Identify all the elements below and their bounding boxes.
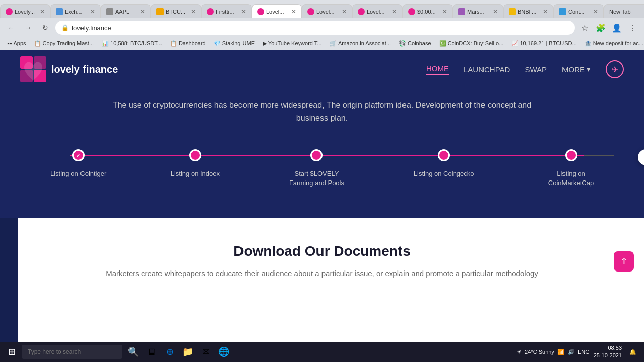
tab-close-icon[interactable]: ✕ [493,8,498,15]
bookmark-amazon[interactable]: 🛒 Amazon.in Associat... [327,39,394,48]
bookmark-youtube[interactable]: ▶ YouTube Keyword T... [260,39,325,48]
tab-title: Firsttr... [216,9,239,15]
tab-title: AAPL [115,9,138,15]
settings-icon[interactable]: ⋮ [626,21,640,35]
taskbar-edge-icon[interactable]: ⊕ [163,345,177,359]
logo: lovely finance [20,56,118,82]
tab-favicon [408,8,415,15]
chevron-down-icon: ▾ [587,65,591,74]
tab-close-icon[interactable]: ✕ [543,8,548,15]
send-button[interactable]: ✈ [606,60,624,78]
tab-lovely4[interactable]: Lovel... ✕ [352,4,403,18]
bookmarks-bar: ⚏ Apps 📋 Copy Trading Mast... 📊 10,588: … [0,37,644,50]
tab-new[interactable]: New Tab ✕ [604,4,644,18]
tab-close-icon[interactable]: ✕ [140,8,145,15]
bookmark-btcusd[interactable]: 📈 10,169.21 | BTCUSD... [508,39,579,48]
bookmark-staking[interactable]: 💎 Staking UME [211,39,258,48]
tab-favicon [509,8,516,15]
forward-button[interactable]: → [21,21,35,35]
taskbar-clock: 08:53 25-10-2021 [594,344,622,360]
taskbar-chrome-icon[interactable]: 🌐 [217,345,231,359]
tab-bnbf[interactable]: BNBF... ✕ [503,4,553,18]
tab-close-icon[interactable]: ✕ [442,8,447,15]
node-label-5: Listing on CoinMarketCap [538,169,604,188]
browser-chrome: Lovely... ✕ Exch... ✕ AAPL ✕ BTCU... ✕ F… [0,0,644,50]
bookmark-coindcx[interactable]: 💹 CoinDCX: Buy Sell o... [436,39,507,48]
tab-btcu[interactable]: BTCU... ✕ [151,4,201,18]
scroll-top-button[interactable]: ⇧ [614,251,634,272]
tab-aapl[interactable]: AAPL ✕ [101,4,151,18]
tab-favicon [106,8,113,15]
tab-dollar[interactable]: $0.00... ✕ [403,4,453,18]
notification-icon[interactable]: 🔔 [626,345,640,359]
tab-lovely1[interactable]: Lovely... ✕ [0,4,50,18]
tab-mars[interactable]: Mars... ✕ [453,4,503,18]
tab-close-icon[interactable]: ✕ [40,8,45,15]
logo-text: lovely finance [51,64,118,75]
documents-subtitle: Marketers create whitepapers to educate … [101,267,543,280]
taskbar-mail-icon[interactable]: ✉ [199,345,213,359]
tab-close-icon[interactable]: ✕ [241,8,246,15]
nav-swap[interactable]: SWAP [525,65,547,74]
network-icon: 📶 [557,349,565,355]
timeline-node-2: Listing on Indoex [171,149,220,178]
back-button[interactable]: ← [4,21,18,35]
url-text: lovely.finance [72,24,569,32]
extensions-icon[interactable]: 🧩 [594,21,608,35]
tab-close-icon[interactable]: ✕ [342,8,347,15]
tab-close-icon[interactable]: ✕ [392,8,397,15]
top-section: lovely finance HOME LAUNCHPAD SWAP MORE … [0,50,644,218]
systray: ☀ 24°C Sunny 📶 🔊 ENG [517,349,590,355]
node-dot-1: ✓ [72,149,85,161]
taskbar-taskview-icon[interactable]: 🖥 [144,345,158,359]
timeline-track: ✓ Listing on Cointiger Listing on Indoex… [0,149,644,188]
nav-launchpad[interactable]: LAUNCHPAD [464,65,510,74]
taskbar-right: ☀ 24°C Sunny 📶 🔊 ENG 08:53 25-10-2021 🔔 [517,344,640,360]
bookmark-coinbase[interactable]: 💱 Coinbase [396,39,434,48]
hero-paragraph: The use of cryptocurrencies has become m… [101,99,543,124]
tab-close-icon[interactable]: ✕ [90,8,95,15]
bookmark-icon[interactable]: ☆ [578,21,592,35]
tab-close-icon[interactable]: ✕ [191,8,196,15]
tab-cont[interactable]: Cont... ✕ [553,4,604,18]
bookmark-btcusdt[interactable]: 📊 10,588: BTC/USDT... [99,39,165,48]
bookmark-new-deposit[interactable]: 🏦 New deposit for ac... [582,39,644,48]
tab-exch[interactable]: Exch... ✕ [50,4,101,18]
taskbar-explorer-icon[interactable]: 📁 [181,345,195,359]
tab-title: Lovel... [316,9,340,15]
bookmark-copy-trading[interactable]: 📋 Copy Trading Mast... [31,39,97,48]
documents-title: Download Our Documents [101,243,543,259]
node-label-3: Start $LOVELY Farming and Pools [284,169,349,188]
nav-home[interactable]: HOME [426,64,449,75]
lang-text: ENG [578,349,590,355]
tab-title: New Tab [609,9,641,15]
lock-icon: 🔒 [61,24,69,31]
bookmark-dashboard[interactable]: 📋 Dashboard [167,39,209,48]
tab-lovely3[interactable]: Lovel... ✕ [302,4,352,18]
timeline-node-5: Listing on CoinMarketCap [538,149,604,188]
address-bar[interactable]: 🔒 lovely.finance [55,21,575,35]
profile-icon[interactable]: 👤 [610,21,624,35]
taskbar-cortana-icon[interactable]: 🔍 [126,345,140,359]
tab-title: BNBF... [518,9,541,15]
tab-title: $0.00... [417,9,440,15]
node-label-1: Listing on Cointiger [50,169,106,178]
tab-favicon [307,8,314,15]
clock-date: 25-10-2021 [594,352,622,359]
omnibox-bar: ← → ↻ 🔒 lovely.finance ☆ 🧩 👤 ⋮ [0,18,644,37]
tab-close-icon[interactable]: ✕ [291,8,296,15]
tab-lovely-active[interactable]: Lovel... ✕ [252,4,302,18]
reload-button[interactable]: ↻ [38,21,52,35]
tab-close-icon[interactable]: ✕ [593,8,598,15]
timeline-next-button[interactable]: › [638,149,644,165]
timeline-node-1: ✓ Listing on Cointiger [50,149,106,178]
tab-title: Lovel... [266,9,289,15]
tab-first[interactable]: Firsttr... ✕ [201,4,252,18]
taskbar-search-input[interactable] [22,345,122,359]
nav-more[interactable]: MORE ▾ [562,65,591,74]
start-button[interactable]: ⊞ [4,344,20,359]
volume-icon: 🔊 [568,349,575,355]
tab-bar: Lovely... ✕ Exch... ✕ AAPL ✕ BTCU... ✕ F… [0,0,644,18]
bookmark-apps[interactable]: ⚏ Apps [4,39,29,48]
tab-title: Cont... [568,9,591,15]
